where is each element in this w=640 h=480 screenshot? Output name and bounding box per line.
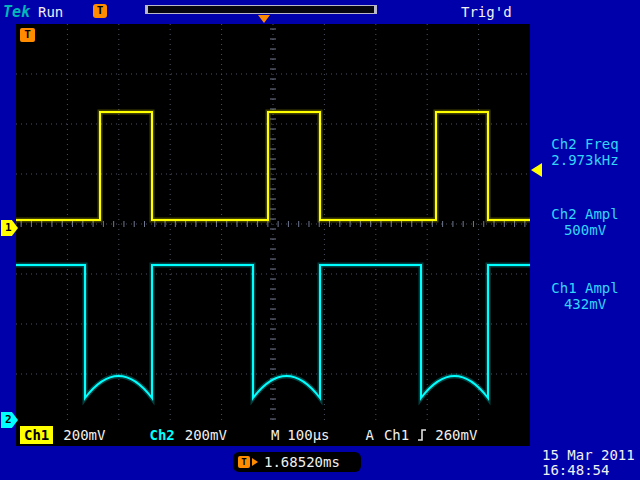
trigger-marker-icon: T (238, 456, 250, 468)
timebase-value: 100µs (287, 427, 329, 443)
horizontal-position-value: 1.68520ms (264, 454, 340, 470)
trigger-source-value: Ch1 (384, 427, 409, 443)
measurement-value: 500mV (532, 222, 638, 238)
timebase-label: M (271, 427, 279, 443)
waveform-plot (16, 24, 530, 424)
record-view-bar (145, 5, 377, 14)
trigger-position-arrow-icon (258, 15, 270, 23)
acquisition-status: Run (38, 4, 63, 20)
datetime: 15 Mar 2011 16:48:54 (542, 448, 635, 478)
ch2-scale-label: Ch2 (149, 427, 174, 443)
rising-edge-icon (417, 428, 427, 442)
measurement-ch2-ampl: Ch2 Ampl 500mV (532, 206, 638, 238)
right-arrow-icon (252, 458, 258, 466)
ch1-scale-chip: Ch1 (20, 426, 53, 444)
trigger-level-value: 260mV (435, 427, 477, 443)
measurement-value: 432mV (532, 296, 638, 312)
measurement-ch1-ampl: Ch1 Ampl 432mV (532, 280, 638, 312)
bottom-readout-bar: Ch1 200mV Ch2 200mV M 100µs A Ch1 260mV (16, 424, 530, 446)
oscilloscope-screen: Tek Run T Trig'd T 1 2 Ch2 Freq 2.973kHz… (0, 0, 640, 480)
measurement-label: Ch2 Freq (532, 136, 638, 152)
measurement-ch2-freq: Ch2 Freq 2.973kHz (532, 136, 638, 168)
ch2-scale-value: 200mV (185, 427, 227, 443)
trigger-corner-marker: T (20, 28, 35, 42)
measurement-label: Ch2 Ampl (532, 206, 638, 222)
graticule: T (16, 24, 530, 424)
trigger-mode-label: A (366, 427, 374, 443)
trigger-marker-icon: T (93, 4, 107, 18)
tek-logo: Tek (3, 3, 30, 21)
trigger-status: Trig'd (461, 4, 512, 20)
time-text: 16:48:54 (542, 463, 635, 478)
measurement-label: Ch1 Ampl (532, 280, 638, 296)
horizontal-position-readout: T 1.68520ms (233, 452, 361, 472)
ch1-scale-value: 200mV (63, 427, 105, 443)
date-text: 15 Mar 2011 (542, 448, 635, 463)
measurement-value: 2.973kHz (532, 152, 638, 168)
